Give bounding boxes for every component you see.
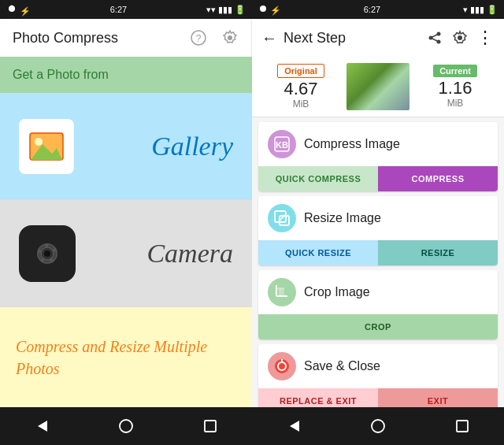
camera-section[interactable]: Camera bbox=[0, 200, 252, 306]
gallery-icon bbox=[19, 119, 74, 174]
svg-line-22 bbox=[431, 38, 439, 42]
gallery-text: Gallery bbox=[151, 132, 233, 161]
status-time-right: 6:27 bbox=[364, 5, 380, 14]
resize-card: Resize Image QUICK RESIZE RESIZE bbox=[258, 196, 498, 265]
compress-button[interactable]: COMPRESS bbox=[378, 166, 498, 191]
status-right-icons-left: ▾▾ ▮▮▮ 🔋 bbox=[206, 5, 246, 15]
svg-marker-14 bbox=[38, 421, 47, 432]
status-bar-right: ⚡ 6:27 ▾ ▮▮▮ 🔋 bbox=[252, 0, 504, 19]
svg-point-7 bbox=[35, 138, 43, 146]
svg-point-23 bbox=[458, 35, 462, 40]
current-unit: MiB bbox=[447, 98, 464, 109]
svg-rect-27 bbox=[280, 216, 289, 225]
compare-original: Original 4.67 MiB bbox=[258, 64, 343, 109]
svg-text:KB: KB bbox=[276, 140, 288, 150]
thumbnail-image bbox=[346, 63, 410, 110]
get-photo-banner: Get a Photo from bbox=[0, 57, 252, 93]
status-time-left: 6:27 bbox=[110, 5, 127, 14]
svg-point-4 bbox=[228, 35, 232, 40]
nav-bar-right bbox=[252, 407, 504, 445]
compress-card: KB Compress Image QUICK COMPRESS COMPRES… bbox=[258, 122, 498, 191]
compare-current: Current 1.16 MiB bbox=[413, 65, 498, 109]
actions-scroll-area[interactable]: KB Compress Image QUICK COMPRESS COMPRES… bbox=[252, 117, 504, 407]
svg-point-38 bbox=[372, 420, 384, 432]
crop-buttons: CROP bbox=[258, 314, 498, 339]
svg-point-15 bbox=[120, 420, 132, 432]
share-button[interactable] bbox=[425, 28, 444, 47]
help-button[interactable]: ? bbox=[189, 28, 208, 47]
svg-point-17 bbox=[260, 6, 266, 12]
more-button[interactable]: ⋮ bbox=[476, 28, 495, 47]
current-label: Current bbox=[433, 65, 477, 77]
back-button-right[interactable]: ← bbox=[261, 29, 277, 47]
settings-button-left[interactable] bbox=[220, 28, 239, 47]
gallery-section[interactable]: Gallery bbox=[0, 93, 252, 199]
svg-rect-33 bbox=[280, 288, 284, 296]
current-size: 1.16 bbox=[439, 79, 472, 98]
right-panel: ⚡ 6:27 ▾ ▮▮▮ 🔋 ← Next Step ⋮ Original 4.… bbox=[252, 0, 504, 445]
crop-header: Crop Image bbox=[258, 270, 498, 314]
svg-point-12 bbox=[44, 250, 50, 257]
svg-line-21 bbox=[431, 34, 439, 38]
resize-title: Resize Image bbox=[304, 211, 381, 225]
back-nav-right[interactable] bbox=[278, 410, 309, 442]
crop-card: Crop Image CROP bbox=[258, 270, 498, 339]
save-card: Save & Close REPLACE & EXIT EXIT bbox=[258, 344, 498, 407]
home-nav-right[interactable] bbox=[362, 410, 394, 442]
compress-icon: KB bbox=[268, 130, 296, 158]
recent-nav-right[interactable] bbox=[447, 410, 478, 442]
nav-bar-left bbox=[0, 407, 252, 445]
app-header-right: ← Next Step ⋮ bbox=[252, 19, 504, 57]
app-header-left: Photo Compress ? bbox=[0, 19, 252, 57]
camera-text: Camera bbox=[146, 239, 233, 269]
status-left-icons: ⚡ bbox=[6, 3, 31, 17]
original-unit: MiB bbox=[293, 98, 309, 109]
header-icons-left: ? bbox=[189, 28, 239, 47]
multi-section[interactable]: Compress and Resize Multiple Photos bbox=[0, 307, 252, 407]
next-step-title: Next Step bbox=[284, 30, 419, 46]
resize-button[interactable]: RESIZE bbox=[378, 240, 498, 265]
resize-header: Resize Image bbox=[258, 196, 498, 240]
left-panel: ⚡ 6:27 ▾▾ ▮▮▮ 🔋 Photo Compress ? Get a P… bbox=[0, 0, 252, 445]
crop-icon bbox=[268, 278, 296, 306]
image-thumbnail bbox=[346, 63, 410, 110]
status-bar-left: ⚡ 6:27 ▾▾ ▮▮▮ 🔋 bbox=[0, 0, 252, 19]
status-right-left-icons: ⚡ bbox=[258, 4, 281, 16]
back-nav-left[interactable] bbox=[26, 410, 57, 442]
compress-buttons: QUICK COMPRESS COMPRESS bbox=[258, 166, 498, 191]
quick-resize-button[interactable]: QUICK RESIZE bbox=[258, 240, 378, 265]
save-header: Save & Close bbox=[258, 344, 498, 388]
resize-icon bbox=[268, 204, 296, 232]
settings-button-right[interactable] bbox=[450, 28, 469, 47]
app-title-left: Photo Compress bbox=[13, 30, 189, 46]
svg-marker-37 bbox=[290, 421, 299, 432]
crop-button[interactable]: CROP bbox=[258, 314, 498, 339]
image-compare-row: Original 4.67 MiB Current 1.16 MiB bbox=[252, 57, 504, 117]
save-buttons: REPLACE & EXIT EXIT bbox=[258, 388, 498, 407]
exit-button[interactable]: EXIT bbox=[378, 388, 498, 407]
svg-text:?: ? bbox=[196, 33, 202, 44]
camera-icon bbox=[19, 225, 76, 282]
status-right-right-icons: ▾ ▮▮▮ 🔋 bbox=[463, 5, 498, 15]
recent-nav-left[interactable] bbox=[195, 410, 226, 442]
resize-buttons: QUICK RESIZE RESIZE bbox=[258, 240, 498, 265]
crop-title: Crop Image bbox=[304, 285, 370, 299]
compress-header: KB Compress Image bbox=[258, 122, 498, 166]
original-size: 4.67 bbox=[284, 80, 318, 98]
quick-compress-button[interactable]: QUICK COMPRESS bbox=[258, 166, 378, 191]
multi-text: Compress and Resize Multiple Photos bbox=[16, 336, 236, 380]
replace-exit-button[interactable]: REPLACE & EXIT bbox=[258, 388, 378, 407]
svg-rect-16 bbox=[205, 421, 216, 432]
svg-rect-39 bbox=[457, 421, 468, 432]
original-label: Original bbox=[277, 64, 324, 78]
home-nav-left[interactable] bbox=[110, 410, 142, 442]
save-icon bbox=[268, 352, 296, 380]
save-title: Save & Close bbox=[304, 359, 380, 373]
compress-title: Compress Image bbox=[304, 137, 400, 151]
